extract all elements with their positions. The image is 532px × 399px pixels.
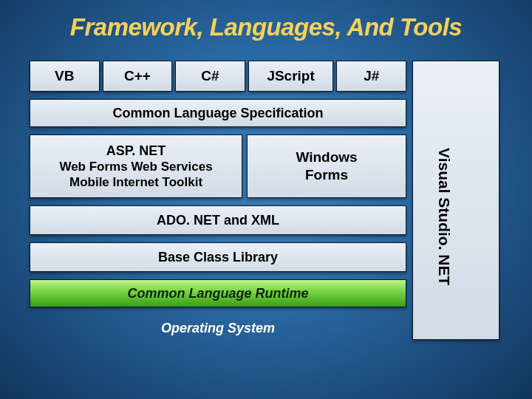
clr-row: Common Language Runtime [30, 279, 406, 307]
os-layer: Operating System [30, 315, 406, 341]
aspnet-detail-2: Mobile Internet Toolkit [69, 174, 202, 190]
lang-cpp: C++ [103, 61, 173, 92]
winforms-layer: Windows Forms [247, 134, 406, 198]
ui-frameworks-row: ASP. NET Web Forms Web Services Mobile I… [30, 134, 406, 198]
bcl-row: Base Class Library [30, 242, 406, 272]
lang-jsharp: J# [336, 61, 406, 92]
winforms-line2: Forms [305, 166, 348, 184]
cls-layer: Common Language Specification [30, 99, 406, 127]
aspnet-title: ASP. NET [106, 143, 166, 160]
bcl-layer: Base Class Library [30, 242, 406, 272]
framework-stack: VB C++ C# JScript J# Common Language Spe… [30, 61, 406, 341]
languages-row: VB C++ C# JScript J# [30, 61, 406, 92]
winforms-line1: Windows [296, 149, 357, 166]
slide-title: Framework, Languages, And Tools [0, 0, 532, 46]
clr-layer: Common Language Runtime [30, 279, 406, 307]
os-row: Operating System [30, 315, 406, 341]
aspnet-detail-1: Web Forms Web Services [59, 159, 212, 174]
aspnet-layer: ASP. NET Web Forms Web Services Mobile I… [30, 134, 242, 198]
lang-vb: VB [30, 61, 100, 92]
ado-row: ADO. NET and XML [30, 205, 406, 235]
visual-studio-label: Visual Studio. NET [435, 148, 453, 285]
architecture-diagram: Visual Studio. NET VB C++ C# JScript J# … [30, 61, 502, 341]
lang-jscript: JScript [248, 61, 334, 92]
lang-csharp: C# [175, 61, 245, 92]
visual-studio-bar [412, 61, 499, 340]
ado-layer: ADO. NET and XML [30, 205, 406, 235]
cls-row: Common Language Specification [30, 99, 406, 127]
